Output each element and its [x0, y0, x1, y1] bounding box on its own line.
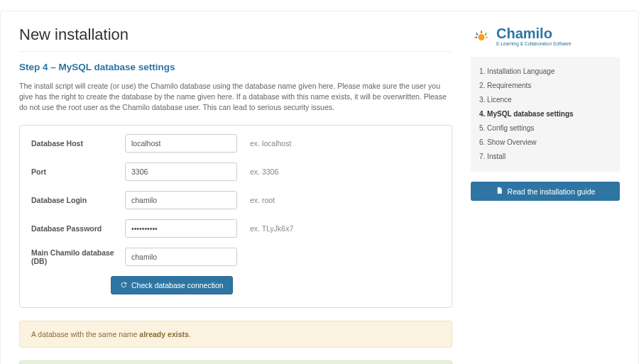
db-login-input[interactable] [125, 191, 237, 209]
db-password-label: Database Password [31, 224, 125, 233]
db-result-panel: Database host: localhost Database port: … [19, 360, 452, 364]
divider [19, 51, 452, 52]
svg-rect-3 [498, 192, 500, 193]
step-item-3: 3. Licence [479, 92, 611, 106]
step-item-6: 6. Show Overview [479, 135, 611, 149]
db-host-label: Database Host [31, 139, 125, 148]
step-heading: Step 4 – MySQL database settings [19, 62, 452, 72]
db-port-input[interactable] [125, 162, 237, 181]
install-steps-box: 1. Installation Language2. Requirements3… [471, 57, 620, 172]
db-host-hint: ex. localhost [250, 139, 291, 148]
db-password-hint: ex. TLyJk6x7 [250, 224, 293, 233]
installation-guide-button[interactable]: Read the installation guide [471, 182, 620, 201]
db-login-hint: ex. root [250, 196, 275, 204]
db-settings-panel: Database Host ex. localhost Port ex. 330… [19, 125, 452, 309]
chamilo-logo: Chamilo E-Learning & Collaboration Softw… [471, 26, 620, 47]
db-name-label: Main Chamilo database (DB) [31, 248, 125, 265]
db-password-input[interactable] [125, 219, 237, 238]
step-item-7: 7. Install [479, 149, 611, 163]
logo-text: Chamilo [496, 26, 572, 40]
step-item-1: 1. Installation Language [479, 64, 611, 78]
logo-tagline: E-Learning & Collaboration Software [496, 41, 572, 46]
svg-rect-2 [498, 191, 501, 192]
refresh-icon [120, 281, 128, 290]
db-name-input[interactable] [125, 248, 237, 266]
intro-text: The install script will create (or use) … [19, 81, 452, 114]
db-login-label: Database Login [31, 196, 125, 204]
db-port-hint: ex. 3306 [250, 167, 278, 176]
installation-guide-label: Read the installation guide [508, 187, 596, 196]
file-icon [496, 187, 503, 196]
db-port-label: Port [31, 167, 125, 176]
check-connection-button[interactable]: Check database connection [111, 276, 233, 295]
svg-point-0 [479, 34, 485, 40]
check-connection-label: Check database connection [131, 282, 224, 289]
step-item-5: 5. Config settings [479, 121, 611, 135]
page-title: New installation [19, 26, 452, 44]
step-item-2: 2. Requirements [479, 78, 611, 92]
db-host-input[interactable] [125, 134, 237, 153]
svg-rect-1 [498, 190, 501, 191]
db-exists-warning: A database with the same name already ex… [19, 321, 452, 348]
logo-icon [471, 26, 492, 47]
step-item-4: 4. MySQL database settings [479, 106, 611, 121]
